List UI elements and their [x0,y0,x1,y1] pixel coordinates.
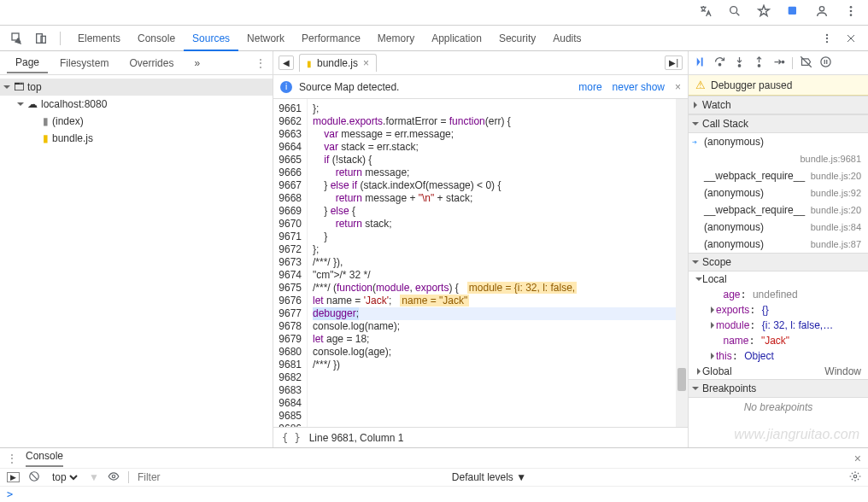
scope-var[interactable]: age: undefined [689,287,868,302]
tree-label: bundle.js [52,132,93,144]
device-toggle-icon[interactable] [31,28,51,49]
format-icon[interactable]: { } [282,432,301,444]
play-icon[interactable]: ▶ [7,472,20,482]
console-prompt[interactable]: > [0,487,868,502]
scope-local[interactable]: Local [689,271,868,287]
info-more-link[interactable]: more [578,81,601,93]
devtools-tab-console[interactable]: Console [129,27,184,50]
stack-frame[interactable]: (anonymous) [689,133,868,150]
nav-tab-overrides[interactable]: Overrides [120,54,182,73]
eye-icon[interactable] [108,470,120,485]
watch-pane-header[interactable]: Watch [689,96,868,114]
inspect-icon[interactable] [7,28,27,49]
scope-var[interactable]: module: {i: 32, l: false,… [689,318,868,333]
star-icon[interactable] [757,4,771,20]
stack-frame[interactable]: (anonymous)bundle.js:92 [689,184,868,201]
svg-point-21 [853,475,857,478]
svg-point-20 [112,475,115,478]
callstack-pane-header[interactable]: Call Stack [689,114,868,133]
profile-icon[interactable] [815,4,829,20]
deactivate-bp-icon[interactable] [800,55,812,71]
resume-icon[interactable] [694,55,707,71]
svg-point-3 [850,6,853,9]
info-message: Source Map detected. [299,81,568,93]
window-icon: 🗔 [14,81,24,93]
step-into-icon[interactable] [733,55,746,71]
breakpoints-pane-header[interactable]: Breakpoints [689,379,868,398]
step-icon[interactable] [772,55,785,71]
scope-var[interactable]: this: Object [689,348,868,364]
file-icon: ▮ [43,115,49,127]
gear-icon[interactable] [849,470,861,485]
levels-select[interactable]: Default levels ▼ [452,471,526,483]
devtools-tab-sources[interactable]: Sources [184,27,238,51]
scope-pane-header[interactable]: Scope [689,253,868,271]
devtools-tab-audits[interactable]: Audits [544,27,589,50]
devtools-tab-memory[interactable]: Memory [369,27,423,50]
clear-icon[interactable] [28,470,40,485]
scope-global[interactable]: GlobalWindow [689,364,868,379]
step-out-icon[interactable] [753,55,765,71]
close-icon[interactable] [841,28,861,49]
stack-frame[interactable]: (anonymous)bundle.js:87 [689,236,868,253]
nav-tab-filesystem[interactable]: Filesystem [51,54,117,73]
scope-var[interactable]: name: "Jack" [689,333,868,348]
search-icon[interactable] [728,4,742,20]
chevron-right-icon [694,102,697,108]
svg-point-0 [730,7,737,14]
chevron-down-icon [692,387,699,390]
step-over-icon[interactable] [713,55,726,71]
stack-frame: bundle.js:9681 [689,150,868,167]
console-tab[interactable]: Console [26,450,63,467]
devtools-tab-elements[interactable]: Elements [69,27,129,50]
editor-tab[interactable]: ▮ bundle.js × [299,54,377,72]
tree-root[interactable]: 🗔 top [0,79,273,96]
devtools-tab-performance[interactable]: Performance [293,27,369,50]
js-file-icon: ▮ [307,59,312,68]
devtools-tab-network[interactable]: Network [238,27,293,50]
stack-frame[interactable]: __webpack_require__bundle.js:20 [689,167,868,184]
cloud-icon: ☁ [27,98,38,110]
extensions-icon[interactable] [786,4,800,20]
chevron-right-icon [697,368,701,375]
devtools-tab-application[interactable]: Application [423,27,490,50]
browser-toolbar [0,0,868,26]
js-file-icon: ▮ [43,132,49,144]
close-icon[interactable]: × [363,57,369,69]
close-icon[interactable]: × [675,81,681,93]
info-never-link[interactable]: never show [613,81,665,93]
filter-input[interactable] [138,471,443,483]
stack-frame[interactable]: (anonymous)bundle.js:84 [689,219,868,236]
chevron-right-icon [711,306,714,313]
devtools-tab-security[interactable]: Security [490,27,544,50]
stack-frame[interactable]: __webpack_require__bundle.js:20 [689,201,868,219]
kebab-icon[interactable] [817,28,837,49]
kebab-icon[interactable]: ⋮ [7,452,17,464]
kebab-icon[interactable]: ⋮ [255,57,266,69]
prev-file-icon[interactable]: ◀ [279,55,294,70]
scrollbar[interactable] [676,99,688,427]
next-file-icon[interactable]: ▶| [665,55,683,70]
tree-host[interactable]: ☁ localhost:8080 [0,96,273,113]
svg-rect-1 [789,7,796,15]
line-gutter[interactable]: 9661966296639664966596669667966896699670… [273,99,308,427]
svg-point-15 [782,61,784,63]
translate-icon[interactable] [699,4,713,20]
chevron-down-icon [692,122,699,125]
pause-exceptions-icon[interactable] [819,55,832,71]
close-icon[interactable]: × [854,452,861,465]
tree-file[interactable]: ▮ (index) [0,113,273,130]
svg-point-4 [850,10,853,13]
menu-icon[interactable] [844,4,858,20]
nav-tab-page[interactable]: Page [7,53,48,73]
chevron-down-icon [3,85,10,89]
scope-var[interactable]: exports: {} [689,302,868,318]
nav-tab-more[interactable]: » [185,54,208,73]
tree-file[interactable]: ▮ bundle.js [0,130,273,147]
code-area[interactable]: };module.exports.formatError = function(… [308,99,688,427]
context-select[interactable]: top [49,470,80,484]
chevron-down-icon [692,260,699,264]
banner-text: Debugger paused [711,79,792,91]
svg-point-14 [758,64,760,67]
tree-label: localhost:8080 [41,98,107,110]
